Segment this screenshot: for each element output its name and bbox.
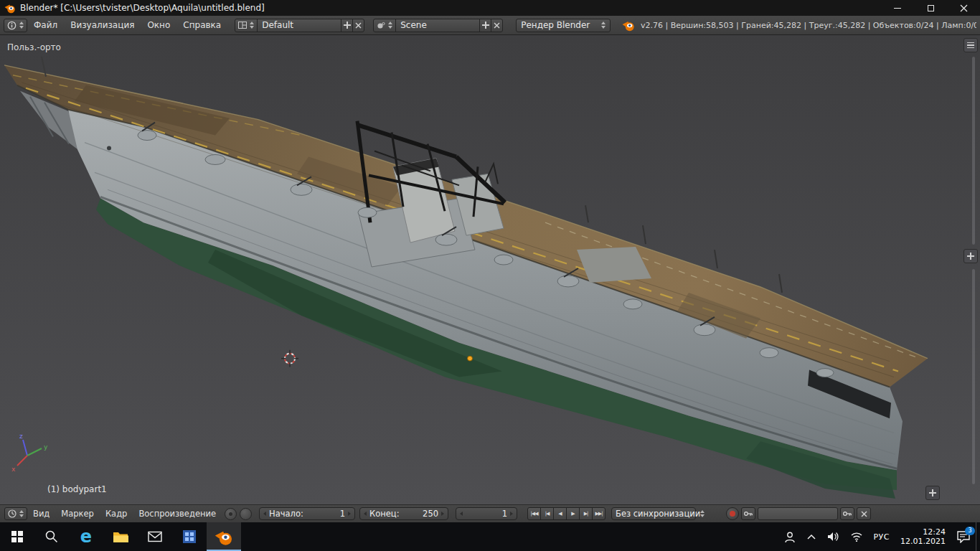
start-button[interactable] — [0, 522, 34, 551]
mail-button[interactable] — [138, 522, 172, 551]
frame-end-field[interactable]: Конец: 250 — [359, 507, 448, 520]
insert-keyframe-button[interactable] — [840, 507, 854, 520]
decrement-icon[interactable] — [460, 512, 463, 516]
delete-keyframe-button[interactable] — [857, 507, 871, 520]
sync-mode-value: Без синхронизации — [616, 509, 700, 519]
layout-dropdown-arrows-icon — [250, 22, 254, 29]
play-button[interactable]: ▶ — [566, 507, 580, 520]
people-button[interactable] — [778, 522, 801, 551]
keying-options-button[interactable] — [741, 507, 755, 520]
menu-file[interactable]: Файл — [27, 16, 64, 34]
windows-logo-icon — [11, 531, 23, 542]
render-engine-dropdown[interactable]: Рендер Blender — [516, 19, 611, 32]
timeline-bar: Вид Маркер Кадр Воспроизведение Начало: … — [0, 504, 980, 522]
scene-field[interactable]: Scene — [395, 19, 480, 32]
viewport-canvas[interactable] — [0, 35, 980, 504]
region-options-button[interactable] — [963, 38, 978, 52]
blender-taskbar-button[interactable] — [207, 522, 241, 551]
key-icon — [743, 509, 753, 519]
screen-layout-group: Default — [235, 19, 364, 32]
delete-scene-button[interactable] — [491, 19, 503, 32]
dropdown-arrows-icon — [700, 510, 705, 517]
windows-taskbar: e — [0, 522, 980, 551]
screen-layout-field[interactable]: Default — [257, 19, 341, 32]
frame-start-field[interactable]: Начало: 1 — [259, 507, 355, 520]
frame-start-label: Начало: — [269, 509, 303, 519]
menu-help[interactable]: Справка — [176, 16, 227, 34]
current-frame-field[interactable]: 1 — [456, 507, 517, 520]
engine-dropdown-arrows-icon — [601, 22, 606, 29]
render-engine-value: Рендер Blender — [521, 20, 590, 30]
timeline-editor-type-button[interactable] — [4, 507, 27, 520]
increment-icon[interactable] — [348, 512, 351, 516]
menu-window[interactable]: Окно — [141, 16, 176, 34]
jump-to-start-button[interactable]: |◀◀ — [527, 507, 541, 520]
edge-taskbar-button[interactable]: e — [69, 522, 103, 551]
keying-set-field[interactable] — [758, 507, 838, 520]
restore-icon — [928, 5, 934, 11]
scene-browse-button[interactable] — [373, 19, 396, 32]
editor-type-arrows-icon — [19, 510, 24, 517]
menu-bar: Файл Визуализация Окно Справка Default — [0, 16, 980, 35]
object-origin-icon — [468, 356, 473, 361]
add-layout-button[interactable] — [341, 19, 353, 32]
jump-to-end-button[interactable]: ▶▶| — [592, 507, 606, 520]
add-region-button[interactable] — [925, 486, 940, 500]
timeline-menu-playback[interactable]: Воспроизведение — [133, 505, 222, 522]
screen-layout-browse-button[interactable] — [235, 19, 258, 32]
preview-range-toggle[interactable] — [225, 508, 237, 520]
editor-type-arrows-icon — [19, 22, 24, 29]
close-button[interactable] — [947, 0, 980, 16]
editor-type-button[interactable] — [4, 19, 27, 32]
decrement-icon[interactable] — [364, 512, 367, 516]
increment-icon[interactable] — [510, 512, 513, 516]
next-keyframe-button[interactable]: ▶| — [579, 507, 593, 520]
timeline-menu-view[interactable]: Вид — [27, 505, 55, 522]
record-icon — [730, 511, 735, 517]
x-icon — [355, 22, 362, 29]
search-button[interactable] — [34, 522, 69, 551]
properties-panel-toggle[interactable] — [963, 249, 978, 263]
viewport-scrollbar-bottom[interactable] — [972, 269, 975, 484]
network-button[interactable] — [845, 522, 868, 551]
clock[interactable]: 12:24 12.01.2021 — [895, 527, 951, 546]
stats-text: v2.76 | Вершин:58,503 | Граней:45,282 | … — [641, 21, 976, 30]
lock-time-toggle[interactable] — [240, 508, 252, 520]
viewport-scrollbar-top[interactable] — [972, 57, 975, 245]
x-icon — [494, 22, 500, 29]
hidden-icons-button[interactable] — [801, 522, 821, 551]
volume-button[interactable] — [821, 522, 845, 551]
viewport-3d[interactable]: Польз.-орто z y x (1) bodypart1 — [0, 35, 980, 504]
decrement-icon[interactable] — [263, 512, 266, 516]
app-tile-icon — [182, 529, 197, 544]
axis-y-label: y — [44, 443, 48, 451]
add-scene-button[interactable] — [479, 19, 491, 32]
dot-icon — [229, 512, 232, 516]
increment-icon[interactable] — [441, 512, 444, 516]
timeline-menu-frame[interactable]: Кадр — [100, 505, 133, 522]
auto-keyframe-record-button[interactable] — [726, 507, 739, 520]
axis-x-label: x — [11, 466, 16, 473]
delete-layout-button[interactable] — [352, 19, 364, 32]
blender-window: Blender* [C:\Users\tvister\Desktop\Aquil… — [0, 0, 980, 551]
play-reverse-button[interactable]: ◀ — [553, 507, 567, 520]
minimize-button[interactable] — [881, 0, 914, 16]
prev-keyframe-button[interactable]: |◀ — [540, 507, 554, 520]
restore-button[interactable] — [914, 0, 947, 16]
show-desktop-button[interactable] — [976, 522, 980, 551]
mail-icon — [148, 531, 162, 542]
axis-gizmo: z y x — [9, 431, 49, 473]
timeline-menu-marker[interactable]: Маркер — [55, 505, 100, 522]
frame-end-value: 250 — [423, 509, 438, 519]
blender-icon — [215, 527, 233, 546]
frame-start-value: 1 — [340, 509, 345, 519]
plus-icon — [344, 22, 351, 29]
store-app-button[interactable] — [172, 522, 207, 551]
file-explorer-button[interactable] — [103, 522, 138, 551]
sync-mode-dropdown[interactable]: Без синхронизации — [611, 507, 696, 520]
plus-icon — [482, 22, 489, 29]
menu-render[interactable]: Визуализация — [64, 16, 141, 34]
action-center-button[interactable]: 3 — [951, 522, 976, 551]
view-mode-label: Польз.-орто — [7, 42, 61, 52]
language-indicator[interactable]: РУС — [868, 522, 895, 551]
